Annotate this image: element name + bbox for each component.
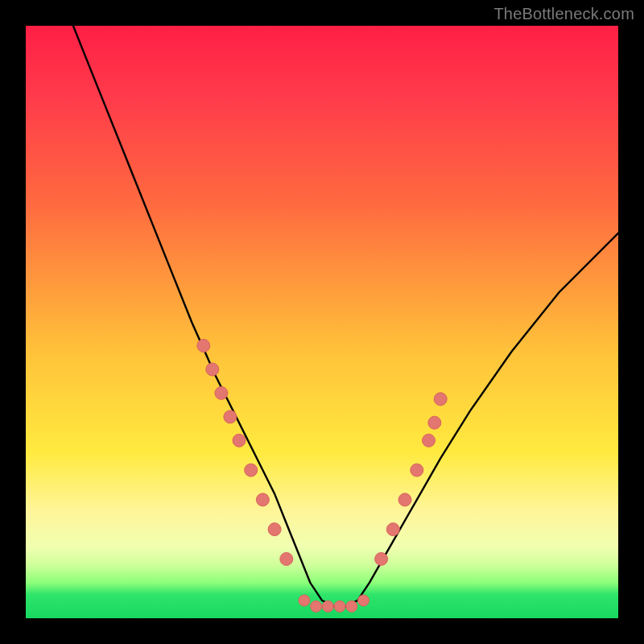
data-marker — [423, 434, 436, 447]
plot-area — [26, 26, 618, 618]
chart-stage: TheBottleneck.com — [0, 0, 644, 644]
data-marker — [197, 339, 210, 352]
data-marker — [428, 416, 441, 429]
data-marker — [386, 523, 399, 536]
data-marker — [299, 595, 310, 606]
data-marker — [375, 552, 388, 565]
bottleneck-curve — [73, 26, 618, 606]
data-marker — [322, 601, 333, 612]
data-marker — [411, 464, 423, 477]
markers-left-branch — [197, 339, 293, 565]
data-marker — [358, 595, 369, 606]
data-marker — [280, 552, 293, 565]
data-marker — [346, 601, 357, 612]
data-marker — [268, 523, 281, 536]
data-marker — [215, 386, 228, 399]
data-marker — [224, 411, 237, 423]
markers-flat-bottom — [299, 595, 369, 612]
data-marker — [311, 601, 322, 612]
data-marker — [256, 493, 269, 506]
data-marker — [334, 601, 345, 612]
chart-svg — [26, 26, 618, 618]
data-marker — [233, 434, 246, 447]
watermark-text: TheBottleneck.com — [493, 5, 634, 23]
data-marker — [434, 393, 447, 406]
data-marker — [206, 363, 219, 376]
data-marker — [398, 493, 411, 506]
markers-right-branch — [375, 393, 448, 566]
data-marker — [245, 464, 258, 477]
